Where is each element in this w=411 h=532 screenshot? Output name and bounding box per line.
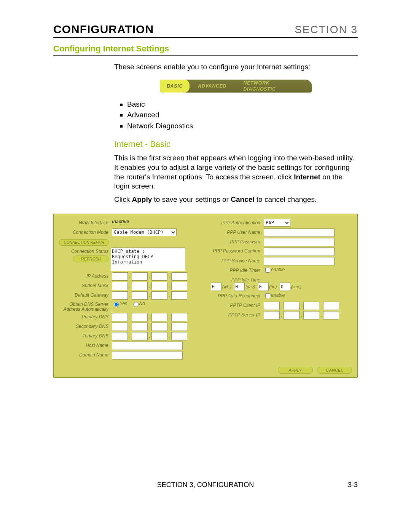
- domain-name-label: Domain Name: [59, 351, 108, 358]
- subnet-mask-label: Subnet Mask: [59, 282, 108, 288]
- ip-address-label: IP Address: [59, 272, 108, 279]
- ppp-password-input[interactable]: [264, 238, 335, 246]
- gateway-octet[interactable]: [171, 291, 187, 300]
- ppp-auto-reconnect-label: PPP Auto Reconnect: [211, 292, 260, 299]
- pptp-client-octet[interactable]: [264, 302, 280, 310]
- tabs-screenshot: BASIC ADVANCED NETWORK DIAGNOSTIC: [160, 80, 312, 93]
- tab-advanced: ADVANCED: [190, 83, 235, 89]
- host-name-label: Host Name: [59, 342, 108, 348]
- ppp-idle-timer-label: PPP Idle Timer: [211, 267, 260, 273]
- default-gateway-label: Default Gateway: [59, 291, 108, 298]
- bullet-item: Advanced: [127, 110, 358, 120]
- idle-hr-input[interactable]: [258, 283, 269, 291]
- tab-network-diagnostic: NETWORK DIAGNOSTIC: [235, 80, 312, 92]
- wan-interface-value: Inactive: [112, 219, 129, 224]
- panel-left-column: WAN Interface Inactive Connection Mode C…: [54, 214, 206, 364]
- tertiary-dns-label: Tertiary DNS: [59, 332, 108, 339]
- bullet-list: Basic Advanced Network Diagnostics: [114, 99, 358, 131]
- domain-name-input[interactable]: [112, 351, 183, 359]
- apply-button[interactable]: APPLY: [278, 367, 313, 374]
- paragraph-1: This is the first screen that appears wh…: [114, 153, 358, 191]
- primary-dns-octet[interactable]: [112, 313, 128, 321]
- ip-address-octet[interactable]: [171, 272, 187, 281]
- wan-interface-label: WAN Interface: [59, 219, 108, 225]
- connection-status-text[interactable]: DHCP state : Requesting DHCP Information: [111, 248, 185, 271]
- pptp-server-octet[interactable]: [264, 311, 280, 320]
- secondary-dns-label: Secondary DNS: [59, 323, 108, 329]
- tertiary-dns-octet[interactable]: [151, 332, 167, 340]
- ppp-user-label: PPP User Name: [211, 228, 260, 235]
- connection-repair-button[interactable]: CONNECTION REPAIR: [59, 239, 109, 246]
- pptp-server-octet[interactable]: [284, 311, 299, 320]
- obtain-dns-yes[interactable]: Yes: [112, 301, 127, 306]
- pptp-client-octet[interactable]: [323, 302, 339, 310]
- primary-dns-octet[interactable]: [132, 313, 148, 321]
- pptp-server-octet[interactable]: [323, 311, 339, 320]
- tertiary-dns-octet[interactable]: [112, 332, 128, 340]
- paragraph-2: Click Apply to save your settings or Can…: [114, 195, 358, 204]
- ip-address-octet[interactable]: [112, 272, 128, 281]
- bullet-item: Basic: [127, 99, 358, 109]
- cancel-button[interactable]: CANCEL: [317, 367, 352, 374]
- bullet-item: Network Diagnostics: [127, 121, 358, 131]
- idle-sec-input[interactable]: [280, 283, 290, 291]
- obtain-dns-no[interactable]: No: [132, 301, 145, 306]
- tab-basic: BASIC: [160, 80, 190, 93]
- router-settings-panel: WAN Interface Inactive Connection Mode C…: [53, 214, 358, 378]
- primary-dns-octet[interactable]: [151, 313, 167, 321]
- ppp-idle-timer-enable[interactable]: enable: [264, 267, 285, 272]
- section-heading: Configuring Internet Settings: [53, 44, 358, 56]
- connection-mode-select[interactable]: Cable Modem (DHCP): [112, 228, 177, 236]
- pptp-client-ip-label: PPTP Client IP: [211, 302, 260, 308]
- secondary-dns-octet[interactable]: [132, 323, 148, 331]
- pptp-client-octet[interactable]: [284, 302, 299, 310]
- secondary-dns-octet[interactable]: [171, 323, 187, 331]
- footer-center: SECTION 3, CONFIGURATION: [157, 481, 254, 489]
- ppp-service-name-input[interactable]: [264, 257, 335, 265]
- idle-wk-input[interactable]: [211, 283, 221, 291]
- subnet-octet[interactable]: [151, 282, 167, 290]
- ppp-idle-time-label: PPP Idle Time: [211, 276, 260, 283]
- secondary-dns-octet[interactable]: [151, 323, 167, 331]
- ip-address-octet[interactable]: [151, 272, 167, 281]
- subnet-octet[interactable]: [112, 282, 128, 290]
- ppp-password-label: PPP Password: [211, 238, 260, 244]
- ppp-auth-label: PPP Authentication: [211, 219, 260, 225]
- header-title: CONFIGURATION: [53, 23, 154, 36]
- pptp-server-octet[interactable]: [303, 311, 319, 320]
- refresh-button[interactable]: REFRESH: [73, 256, 108, 262]
- ppp-service-name-label: PPP Service Name: [211, 257, 260, 264]
- ppp-password-confirm-input[interactable]: [264, 248, 335, 256]
- gateway-octet[interactable]: [151, 291, 167, 300]
- ppp-auto-reconnect-enable[interactable]: enable: [264, 292, 285, 298]
- pptp-client-octet[interactable]: [303, 302, 319, 310]
- pptp-server-ip-label: PPTP Server IP: [211, 311, 260, 318]
- header-section: SECTION 3: [295, 24, 358, 36]
- primary-dns-label: Primary DNS: [59, 313, 108, 320]
- subnet-octet[interactable]: [132, 282, 148, 290]
- tertiary-dns-octet[interactable]: [171, 332, 187, 340]
- connection-mode-label: Connection Mode: [59, 228, 108, 235]
- gateway-octet[interactable]: [112, 291, 128, 300]
- subnet-octet[interactable]: [171, 282, 187, 290]
- secondary-dns-octet[interactable]: [112, 323, 128, 331]
- ip-address-octet[interactable]: [132, 272, 148, 281]
- ppp-user-input[interactable]: [264, 228, 335, 237]
- ppp-password-confirm-label: PPP Password Confirm: [211, 248, 260, 254]
- ppp-auth-select[interactable]: PAP: [264, 219, 290, 227]
- tertiary-dns-octet[interactable]: [132, 332, 148, 340]
- gateway-octet[interactable]: [132, 291, 148, 300]
- obtain-dns-auto-label: Obtain DNS Server Address Automatically: [59, 301, 108, 312]
- panel-right-column: PPP Authentication PAP PPP User Name PPP…: [206, 214, 357, 364]
- primary-dns-octet[interactable]: [171, 313, 187, 321]
- idle-day-input[interactable]: [234, 283, 245, 291]
- subsection-heading: Internet - Basic: [114, 139, 358, 150]
- host-name-input[interactable]: [112, 342, 183, 350]
- connection-status-label: Connection Status: [71, 249, 108, 254]
- footer-page-number: 3-3: [348, 481, 358, 489]
- intro-text: These screens enable you to configure yo…: [114, 62, 358, 72]
